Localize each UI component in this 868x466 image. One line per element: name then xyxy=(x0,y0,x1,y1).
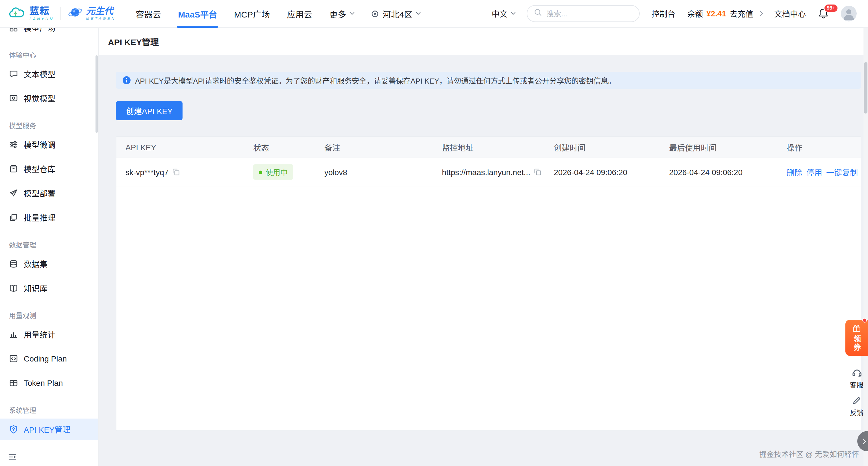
headset-icon xyxy=(851,367,862,378)
top-navigation: 蓝耘 LANYUN 元生代 METAGEN 容器云 MaaS平台 MCP广场 应… xyxy=(0,0,868,28)
copy-monitor-url-icon[interactable] xyxy=(534,168,541,176)
sidebar-item-usage-stats[interactable]: 用量统计 xyxy=(0,324,98,345)
vision-icon xyxy=(9,94,18,103)
console-link[interactable]: 控制台 xyxy=(652,8,675,19)
sidebar-scrollbar-thumb[interactable] xyxy=(95,55,98,133)
nav-item-more[interactable]: 更多 xyxy=(321,0,362,27)
sidebar-item-dataset[interactable]: 数据集 xyxy=(0,253,98,274)
recharge-link[interactable]: 去充值 xyxy=(730,8,753,19)
shield-icon xyxy=(9,425,18,434)
sidebar-section-data-management: 数据管理 xyxy=(9,241,89,250)
location-icon xyxy=(370,9,379,18)
page-title: API KEY管理 xyxy=(108,35,159,47)
notification-bell[interactable]: 99+ xyxy=(818,8,829,19)
sidebar-item-label: 批量推理 xyxy=(24,212,55,223)
sidebar-item-model-repository[interactable]: 模型仓库 xyxy=(0,158,98,179)
brand-divider xyxy=(61,7,61,20)
sidebar-item-model-finetune[interactable]: 模型微调 xyxy=(0,134,98,155)
support-float-button[interactable]: 客服 xyxy=(846,367,867,389)
sidebar: 模型广场 体验中心 文本模型 视觉模型 模型服务 模型微调 模型仓库 xyxy=(0,28,99,466)
column-header-monitor-url: 监控地址 xyxy=(433,141,545,153)
brand-lanyun-text: 蓝耘 LANYUN xyxy=(29,6,54,21)
sidebar-item-label: 视觉模型 xyxy=(24,93,55,104)
collapse-sidebar-icon xyxy=(8,452,17,461)
repo-icon xyxy=(9,164,18,173)
one-click-copy-link[interactable]: 一键复制 xyxy=(826,166,858,178)
nav-item-maas-platform[interactable]: MaaS平台 xyxy=(169,0,225,27)
status-dot-icon xyxy=(259,170,262,174)
balance-recharge[interactable]: 余额 ¥2.41 去充值 xyxy=(687,8,762,19)
feedback-float-button[interactable]: 反馈 xyxy=(846,395,867,417)
sidebar-item-model-marketplace[interactable]: 模型广场 xyxy=(0,28,98,38)
last-used-cell: 2026-04-24 09:06:20 xyxy=(660,167,778,176)
sidebar-item-api-key-management[interactable]: API KEY管理 xyxy=(0,419,98,440)
coupon-float-button[interactable]: 领券 xyxy=(845,320,868,356)
api-key-info-alert: API KEY是大模型API请求时的安全鉴权凭证。为了您的财产和服务安全，请妥善… xyxy=(116,72,861,89)
column-header-actions: 操作 xyxy=(778,141,861,153)
brand-metagen-cn: 元生代 xyxy=(86,7,116,16)
sidebar-item-label: 模型仓库 xyxy=(24,163,55,174)
support-label: 客服 xyxy=(850,379,864,389)
chart-icon xyxy=(9,330,18,339)
nav-label: MaaS平台 xyxy=(178,8,217,20)
region-selector[interactable]: 河北4区 xyxy=(362,0,428,27)
sidebar-item-label: Token Plan xyxy=(24,378,63,388)
chat-icon xyxy=(9,69,18,78)
chevron-down-icon xyxy=(349,10,354,15)
nav-label: 应用云 xyxy=(287,8,312,20)
language-selector[interactable]: 中文 xyxy=(492,8,515,19)
sidebar-item-batch-inference[interactable]: 批量推理 xyxy=(0,207,98,228)
note-cell: yolov8 xyxy=(315,167,433,176)
search-box xyxy=(527,5,640,22)
sidebar-item-text-model[interactable]: 文本模型 xyxy=(0,63,98,85)
delete-link[interactable]: 删除 xyxy=(786,166,802,178)
docs-center-link[interactable]: 文档中心 xyxy=(774,8,806,19)
sidebar-item-label: 模型广场 xyxy=(24,28,55,33)
user-avatar[interactable] xyxy=(841,6,857,22)
sidebar-item-model-deploy[interactable]: 模型部署 xyxy=(0,182,98,204)
brand-lanyun-cn: 蓝耘 xyxy=(29,6,54,16)
sidebar-item-label: Coding Plan xyxy=(24,354,67,363)
sidebar-item-label: 知识库 xyxy=(24,282,48,294)
pencil-icon xyxy=(851,395,862,405)
nav-item-mcp-market[interactable]: MCP广场 xyxy=(226,0,279,27)
notification-badge: 99+ xyxy=(824,4,838,12)
status-cell: 使用中 xyxy=(244,164,315,179)
sidebar-section-usage: 用量观测 xyxy=(9,311,89,321)
sidebar-scroll: 模型广场 体验中心 文本模型 视觉模型 模型服务 模型微调 模型仓库 xyxy=(0,28,98,440)
chevron-down-icon xyxy=(510,10,516,15)
nav-item-app-cloud[interactable]: 应用云 xyxy=(278,0,321,27)
nav-item-container-cloud[interactable]: 容器云 xyxy=(127,0,169,27)
brand-metagen-en: METAGEN xyxy=(86,17,116,21)
page-scrollbar-thumb[interactable] xyxy=(864,62,867,113)
search-icon xyxy=(534,8,542,19)
brand-lanyun[interactable]: 蓝耘 LANYUN 元生代 METAGEN xyxy=(8,5,116,22)
sidebar-item-label: 文本模型 xyxy=(24,68,55,80)
create-api-key-button[interactable]: 创建API KEY xyxy=(116,101,183,120)
sidebar-collapse[interactable] xyxy=(0,447,98,466)
sidebar-item-vision-model[interactable]: 视觉模型 xyxy=(0,88,98,109)
tune-icon xyxy=(9,140,18,149)
created-at-cell: 2026-04-24 09:06:20 xyxy=(545,167,660,176)
api-key-value: sk-vp***tyq7 xyxy=(125,167,169,176)
search-input[interactable] xyxy=(547,9,632,18)
gift-icon xyxy=(852,324,861,333)
table-row: sk-vp***tyq7 使用中 yolov8 https://maas.l xyxy=(116,158,861,187)
copy-api-key-icon[interactable] xyxy=(173,168,180,176)
nav-label: 更多 xyxy=(329,8,346,20)
batch-icon xyxy=(9,213,18,222)
chevron-right-icon xyxy=(758,11,763,16)
alert-text: API KEY是大模型API请求时的安全鉴权凭证。为了您的财产和服务安全，请妥善… xyxy=(135,75,615,86)
sidebar-item-label: API KEY管理 xyxy=(24,424,70,435)
sidebar-item-knowledge-base[interactable]: 知识库 xyxy=(0,277,98,299)
status-label: 使用中 xyxy=(266,167,288,177)
status-badge: 使用中 xyxy=(253,164,293,179)
disable-link[interactable]: 停用 xyxy=(806,166,822,178)
deploy-icon xyxy=(9,189,18,198)
sidebar-item-label: 数据集 xyxy=(24,258,48,269)
sidebar-item-token-plan[interactable]: Token Plan xyxy=(0,372,98,394)
main-area: API KEY管理 API KEY是大模型API请求时的安全鉴权凭证。为了您的财… xyxy=(99,28,868,466)
sidebar-item-coding-plan[interactable]: Coding Plan xyxy=(0,348,98,369)
sidebar-item-label: 模型微调 xyxy=(24,139,55,150)
metagen-logo-icon xyxy=(68,5,83,22)
